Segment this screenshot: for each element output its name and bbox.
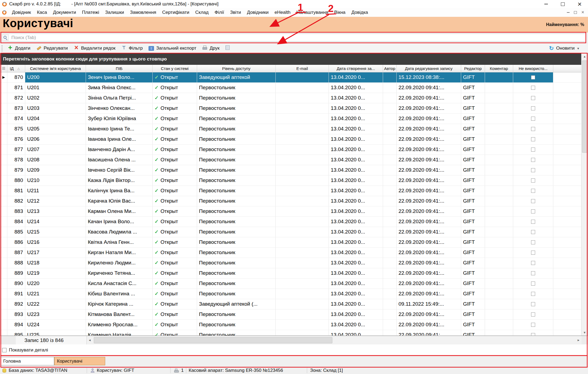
vertical-scrollbar[interactable] — [581, 53, 588, 335]
column-header-status[interactable]: Стан у системі — [153, 65, 197, 72]
mdi-minimize-button[interactable] — [567, 12, 570, 13]
column-header-notused[interactable]: Не використо... — [513, 65, 553, 72]
not-used-checkbox[interactable] — [531, 220, 535, 224]
menu-item-7[interactable]: Склад — [192, 10, 211, 15]
show-details-checkbox[interactable] — [2, 348, 7, 352]
not-used-checkbox[interactable] — [531, 96, 535, 100]
table-row[interactable]: 880U210Казка Лідія Віктор...✓ОткрытПерво… — [0, 175, 581, 186]
column-header-comment[interactable]: Коментар — [485, 65, 513, 72]
table-row[interactable]: 890U220Кисла Анастасія С...✓ОткрытПервос… — [0, 279, 581, 289]
table-row[interactable]: 877U207Іванченко Дарін А...✓ОткрытПервос… — [0, 145, 581, 155]
scroll-up-icon[interactable] — [581, 53, 588, 59]
table-row[interactable]: 886U216Квітка Аліна Генн...✓ОткрытПервос… — [0, 237, 581, 248]
not-used-checkbox[interactable] — [531, 75, 535, 79]
column-header-pib[interactable]: ПІБ — [86, 65, 153, 72]
menu-item-3[interactable]: Платежі — [79, 10, 102, 15]
search-field[interactable] — [1, 34, 586, 41]
table-row[interactable]: 876U206Іванова Ірина Оле...✓ОткрытПервос… — [0, 134, 581, 145]
horizontal-scroll-thumb[interactable] — [94, 337, 332, 343]
not-used-checkbox[interactable] — [531, 240, 535, 244]
menu-item-2[interactable]: Документи — [50, 10, 79, 15]
vertical-scroll-thumb[interactable] — [582, 60, 587, 153]
table-row[interactable]: ▶870U200Зенич Ірина Воло...✓ОткрытЗаведу… — [0, 72, 581, 83]
not-used-checkbox[interactable] — [531, 209, 535, 213]
column-header-created[interactable]: Дата створення за... — [329, 65, 383, 72]
not-used-checkbox[interactable] — [531, 137, 535, 141]
column-header-id[interactable]: ІД△ — [7, 65, 25, 72]
group-by-bar[interactable]: Перетягніть заголовок колонки сюди для у… — [0, 53, 581, 65]
column-header-edited[interactable]: Дата редагування запису — [397, 65, 461, 72]
column-header-ind[interactable] — [0, 65, 7, 72]
not-used-checkbox[interactable] — [531, 282, 535, 286]
table-row[interactable]: 875U205Іваненко Ірина Те...✓ОткрытПервос… — [0, 124, 581, 134]
not-used-checkbox[interactable] — [531, 292, 535, 296]
toolbar-grip-icon[interactable] — [1, 45, 3, 51]
column-header-fill[interactable] — [553, 65, 581, 72]
menu-item-13[interactable]: Вікна — [331, 10, 348, 15]
not-used-checkbox[interactable] — [531, 333, 535, 335]
tab-main[interactable]: Головна — [1, 357, 54, 365]
table-row[interactable]: 884U214Качан Ірина Воло...✓ОткрытПервост… — [0, 217, 581, 227]
refresh-button[interactable]: Оновити — [546, 44, 582, 52]
not-used-checkbox[interactable] — [531, 251, 535, 255]
menu-item-12[interactable]: Налаштування — [293, 10, 331, 15]
not-used-checkbox[interactable] — [531, 312, 535, 317]
tab-users[interactable]: Користувачі — [54, 357, 105, 365]
not-used-checkbox[interactable] — [531, 158, 535, 162]
chevron-down-icon[interactable] — [577, 46, 579, 51]
not-used-checkbox[interactable] — [531, 189, 535, 193]
table-row[interactable]: 874U204Зубер Юлія Юріївна✓ОткрытПервосто… — [0, 114, 581, 124]
table-row[interactable]: 888U218Кириленко Людми...✓ОткрытПервосто… — [0, 258, 581, 268]
column-header-email[interactable]: E-mail — [276, 65, 329, 72]
table-row[interactable]: 889U219Кириченко Тетяна...✓ОткрытПервост… — [0, 268, 581, 279]
scroll-left-icon[interactable] — [87, 336, 93, 344]
table-row[interactable]: 873U203Зінченко Олексан...✓ОткрытПервост… — [0, 103, 581, 114]
not-used-checkbox[interactable] — [531, 271, 535, 275]
table-row[interactable]: 892U222Кірічок Катерина ...✓ОткрытЗаведу… — [0, 299, 581, 309]
menu-item-5[interactable]: Замовлення — [127, 10, 159, 15]
not-used-checkbox[interactable] — [531, 302, 535, 306]
columns-button[interactable] — [223, 44, 233, 52]
table-row[interactable]: 885U215Квасова Людмила ...✓ОткрытПервост… — [0, 227, 581, 237]
table-row[interactable]: 881U211Калінчук Ірина Ва...✓ОткрытПервос… — [0, 186, 581, 196]
edit-button[interactable]: Редагувати — [33, 44, 71, 52]
table-row[interactable]: 879U209Івченко Сергій Вік...✓ОткрытПерво… — [0, 165, 581, 175]
print-button[interactable]: Друк — [199, 44, 223, 52]
horizontal-scrollbar[interactable] — [87, 336, 581, 344]
table-row[interactable]: 883U213Карман Олена Ми...✓ОткрытПервосто… — [0, 206, 581, 217]
menu-item-6[interactable]: Сертифікати — [159, 10, 192, 15]
column-header-access[interactable]: Рівень доступу — [197, 65, 276, 72]
filter-button[interactable]: Фільтр — [118, 44, 146, 52]
column-header-sys[interactable]: Системне ім'я користувача — [25, 65, 86, 72]
table-row[interactable]: 894U224Клименко Ярослав...✓ОткрытПервост… — [0, 320, 581, 330]
table-row[interactable]: 872U202Зініна Ольга Петрі...✓ОткрытПерво… — [0, 93, 581, 103]
menu-item-1[interactable]: Каса — [34, 10, 50, 15]
menu-item-10[interactable]: Довідники — [244, 10, 272, 15]
not-used-checkbox[interactable] — [531, 230, 535, 234]
not-used-checkbox[interactable] — [531, 261, 535, 265]
export-button[interactable]: Загальний експорт — [146, 44, 199, 52]
column-header-author[interactable]: Автор — [383, 65, 397, 72]
scroll-down-icon[interactable] — [581, 330, 588, 335]
search-input[interactable] — [11, 35, 586, 41]
not-used-checkbox[interactable] — [531, 106, 535, 110]
mdi-close-button[interactable] — [581, 10, 584, 15]
not-used-checkbox[interactable] — [531, 117, 535, 121]
not-used-checkbox[interactable] — [531, 178, 535, 183]
table-row[interactable]: 878U208Івасишена Олена ...✓ОткрытПервост… — [0, 155, 581, 165]
menu-item-4[interactable]: Залишки — [102, 10, 127, 15]
table-row[interactable]: 871U201Зима Яніна Олекс...✓ОткрытПервост… — [0, 83, 581, 93]
not-used-checkbox[interactable] — [531, 323, 535, 327]
menu-item-0[interactable]: Довідник — [9, 10, 34, 15]
search-icon[interactable] — [2, 34, 9, 41]
not-used-checkbox[interactable] — [531, 127, 535, 131]
maximize-button[interactable] — [554, 0, 571, 8]
column-header-editor[interactable]: Редактор — [461, 65, 485, 72]
menu-item-11[interactable]: eHealth — [272, 10, 294, 15]
table-row[interactable]: 893U223Кітманова Валент...✓ОткрытПервост… — [0, 309, 581, 320]
menu-item-8[interactable]: Філії — [212, 10, 227, 15]
not-used-checkbox[interactable] — [531, 168, 535, 172]
scroll-right-icon[interactable] — [576, 336, 581, 344]
delete-button[interactable]: Видалити рядок — [71, 44, 118, 52]
close-button[interactable] — [571, 0, 588, 8]
